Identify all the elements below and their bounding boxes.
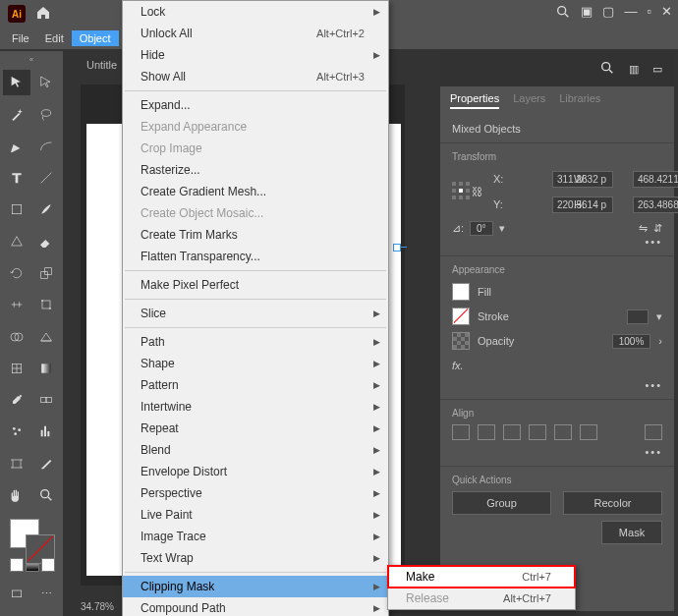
menu-item[interactable]: Shape▶: [123, 353, 388, 374]
opacity-input[interactable]: 100%: [612, 334, 651, 349]
menu-item[interactable]: Text Wrap▶: [123, 547, 388, 569]
stroke-dropdown[interactable]: ▾: [656, 310, 662, 323]
tab-libraries[interactable]: Libraries: [559, 92, 600, 109]
pen-tool[interactable]: [3, 134, 30, 159]
menu-item[interactable]: Expand...: [123, 94, 388, 116]
menu-item[interactable]: Path▶: [123, 331, 388, 353]
menu-item[interactable]: Create Gradient Mesh...: [123, 181, 388, 202]
home-icon[interactable]: [35, 5, 51, 23]
curvature-tool[interactable]: [32, 134, 60, 159]
stroke-weight[interactable]: [627, 309, 649, 324]
free-transform-tool[interactable]: [32, 292, 60, 317]
shape-builder-tool[interactable]: [3, 324, 30, 350]
eyedropper-tool[interactable]: [3, 387, 30, 413]
brush-tool[interactable]: [32, 196, 60, 222]
arrange-icon-2[interactable]: ▭: [652, 63, 662, 76]
menu-item[interactable]: Create Trim Marks: [123, 224, 388, 246]
menu-item[interactable]: Slice▶: [123, 303, 388, 324]
direct-selection-tool[interactable]: [32, 70, 60, 95]
eraser-tool[interactable]: [32, 229, 60, 254]
opacity-swatch[interactable]: [452, 332, 470, 350]
menu-object[interactable]: Object: [72, 30, 119, 46]
document-tab[interactable]: Untitle: [77, 55, 127, 75]
reference-point[interactable]: [452, 182, 472, 201]
menu-file[interactable]: File: [4, 30, 37, 46]
minimize-icon[interactable]: ―: [624, 4, 637, 23]
angle-input[interactable]: 0°: [470, 221, 493, 236]
align-vcenter[interactable]: [554, 424, 572, 440]
zoom-tool[interactable]: [32, 482, 60, 508]
blend-tool[interactable]: [32, 387, 60, 413]
flip-v-icon[interactable]: ⇵: [653, 222, 662, 235]
align-left[interactable]: [452, 424, 470, 440]
menu-item[interactable]: Lock▶: [123, 1, 388, 23]
rotate-tool[interactable]: [3, 260, 30, 286]
menu-item[interactable]: Blend▶: [123, 439, 388, 461]
shaper-tool[interactable]: [3, 229, 30, 254]
scale-tool[interactable]: [32, 260, 60, 286]
panel-icon[interactable]: ▣: [581, 4, 593, 23]
none-mode[interactable]: [41, 558, 55, 572]
maximize-icon[interactable]: ▫: [647, 4, 651, 23]
opacity-arrow[interactable]: ›: [658, 335, 662, 347]
align-hcenter[interactable]: [478, 424, 495, 440]
menu-item[interactable]: MakeCtrl+7: [388, 566, 575, 588]
h-input[interactable]: [633, 196, 678, 213]
menu-item[interactable]: Image Trace▶: [123, 526, 388, 547]
mask-button[interactable]: Mask: [601, 521, 662, 544]
menu-item[interactable]: Clipping Mask▶: [123, 576, 388, 597]
gradient-tool[interactable]: [32, 356, 60, 381]
type-tool[interactable]: [3, 165, 30, 191]
more-options[interactable]: •••: [452, 379, 662, 391]
lasso-tool[interactable]: [32, 102, 60, 128]
more-options[interactable]: •••: [452, 446, 662, 458]
rectangle-tool[interactable]: [3, 196, 30, 222]
search-icon[interactable]: [599, 60, 615, 78]
selection-tool[interactable]: [3, 70, 30, 95]
align-top[interactable]: [529, 424, 546, 440]
graph-tool[interactable]: [32, 419, 60, 444]
screen-mode[interactable]: [3, 582, 30, 607]
menu-item[interactable]: Make Pixel Perfect: [123, 274, 388, 296]
menu-item[interactable]: Hide▶: [123, 44, 388, 66]
arrange-icon[interactable]: ▥: [629, 63, 639, 76]
menu-item[interactable]: Flatten Transparency...: [123, 246, 388, 267]
toolbar-caret[interactable]: «: [2, 55, 61, 65]
menu-item[interactable]: Envelope Distort▶: [123, 461, 388, 482]
zoom-level[interactable]: 34.78%: [81, 601, 114, 612]
menu-item[interactable]: Intertwine▶: [123, 396, 388, 418]
menu-item[interactable]: Pattern▶: [123, 374, 388, 396]
hand-tool[interactable]: [3, 482, 30, 508]
menu-item[interactable]: Rasterize...: [123, 159, 388, 181]
menu-item[interactable]: Repeat▶: [123, 418, 388, 439]
panel-icon-2[interactable]: ▢: [602, 4, 614, 23]
recolor-button[interactable]: Recolor: [563, 491, 662, 515]
flip-h-icon[interactable]: ⇋: [639, 222, 648, 235]
menu-item[interactable]: Unlock AllAlt+Ctrl+2: [123, 23, 388, 44]
slice-tool[interactable]: [32, 451, 60, 476]
group-button[interactable]: Group: [452, 491, 551, 515]
mesh-tool[interactable]: [3, 356, 30, 381]
stroke-swatch[interactable]: [452, 308, 470, 325]
symbol-sprayer-tool[interactable]: [3, 419, 30, 444]
edit-toolbar[interactable]: ⋯: [32, 582, 60, 607]
align-bottom[interactable]: [580, 424, 597, 440]
link-icon[interactable]: ⛓: [472, 186, 489, 197]
search-icon[interactable]: [555, 4, 571, 23]
tab-layers[interactable]: Layers: [513, 92, 545, 109]
fill-stroke-swatches[interactable]: [2, 517, 61, 576]
w-input[interactable]: [633, 171, 678, 188]
menu-edit[interactable]: Edit: [37, 30, 72, 46]
line-tool[interactable]: [32, 165, 60, 191]
width-tool[interactable]: [3, 292, 30, 317]
menu-item[interactable]: Compound Path▶: [123, 597, 388, 616]
anchor-handle[interactable]: [391, 242, 405, 255]
more-options[interactable]: •••: [452, 236, 662, 248]
color-mode[interactable]: [10, 558, 24, 572]
menu-item[interactable]: Live Paint▶: [123, 504, 388, 526]
close-icon[interactable]: ✕: [661, 4, 672, 23]
align-right[interactable]: [503, 424, 521, 440]
fx-label[interactable]: fx.: [452, 360, 464, 371]
fill-swatch[interactable]: [452, 283, 470, 301]
menu-item[interactable]: Show AllAlt+Ctrl+3: [123, 66, 388, 87]
